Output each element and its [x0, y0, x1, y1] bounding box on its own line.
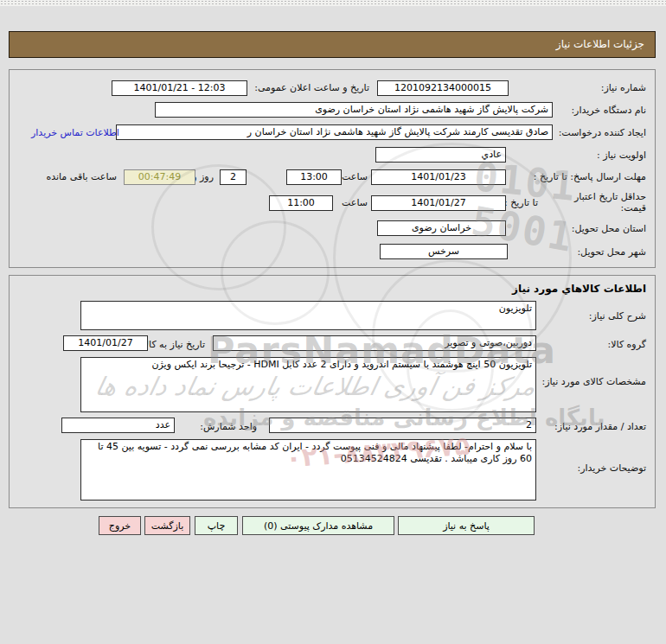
response-deadline-label: مهلت ارسال پاسخ: تا تاریخ :: [534, 171, 646, 182]
validity-hour-label: ساعت: [342, 197, 368, 208]
validity-date-field[interactable]: 1401/01/27: [371, 195, 506, 211]
creator-field[interactable]: صادق تقدیسی کارمند شرکت پالایش گاز شهید …: [116, 124, 553, 140]
delivery-city-label: شهر محل تحویل:: [577, 246, 646, 258]
respond-to-need-button[interactable]: پاسخ به نیاز: [398, 516, 535, 535]
request-info-panel: شماره نیاز: 1201092134000015 تاریخ و ساع…: [9, 69, 656, 268]
goods-spec-textarea[interactable]: تلویزیون 50 اینچ هوشمند با سیستم اندروید…: [80, 357, 536, 412]
deadline-hour-label: ساعت: [342, 171, 368, 182]
quantity-label: تعداد / مقدار مورد نیاز:: [554, 421, 646, 432]
delivery-province-label: استان محل تحویل:: [572, 223, 646, 234]
days-remaining-field[interactable]: 2: [220, 169, 247, 185]
quantity-field[interactable]: 2: [269, 418, 536, 433]
priority-label: اولویت نیاز :: [597, 150, 646, 161]
top-dotted-strip: [0, 0, 666, 6]
goods-section-title: اطلاعات کالاهاي مورد نیاز: [512, 283, 646, 295]
delivery-city-field[interactable]: سرخس: [380, 244, 508, 259]
until-date-label: تا تاریخ :: [504, 197, 538, 208]
need-number-label: شماره نیاز:: [601, 82, 646, 93]
goods-group-field[interactable]: دوربین،صوتی و تصویر: [213, 335, 536, 351]
buyer-contact-link[interactable]: اطلاعات تماس خریدار: [31, 127, 119, 138]
buyer-org-field[interactable]: شرکت پالایش گاز شهید هاشمی نژاد استان خر…: [155, 102, 553, 118]
print-button[interactable]: چاپ: [195, 516, 238, 535]
buyer-org-label: نام دستگاه خریدار:: [571, 105, 646, 116]
need-date-field[interactable]: 1401/01/27: [63, 335, 148, 351]
page-title: جزئیات اطلاعات نیاز: [9, 31, 656, 58]
view-attached-docs-button[interactable]: مشاهده مدارک پیوستی (0): [242, 516, 394, 535]
deadline-time-field[interactable]: 13:00: [286, 169, 342, 185]
announce-datetime-field[interactable]: 1401/01/21 - 12:03: [112, 80, 247, 96]
page: جزئیات اطلاعات نیاز شماره نیاز: 12010921…: [0, 0, 666, 644]
price-validity-label: حداقل تاریخ اعتبار قیمت:: [549, 191, 646, 214]
delivery-province-field[interactable]: خراسان رضوی: [377, 220, 506, 236]
announce-datetime-label: تاریخ و ساعت اعلان عمومی:: [254, 82, 369, 93]
exit-button[interactable]: خروج: [99, 516, 141, 535]
countdown-timer: 00:47:49: [124, 169, 195, 185]
count-unit-label: واحد شمارش:: [200, 421, 257, 432]
need-date-label: تاریخ نیاز به کالا:: [140, 339, 205, 350]
goods-spec-label: مشخصات کالای مورد نیاز:: [541, 376, 646, 387]
buyer-notes-textarea[interactable]: با سلام و احترام- لطفا پیشنهاد مالی و فن…: [80, 439, 536, 501]
creator-label: ایجاد کننده درخواست:: [559, 127, 646, 138]
goods-info-panel: اطلاعات کالاهاي مورد نیاز شرح کلی نیاز: …: [9, 275, 656, 508]
validity-time-field[interactable]: 11:00: [269, 195, 333, 211]
deadline-date-field[interactable]: 1401/01/23: [371, 169, 506, 185]
general-desc-label: شرح کلی نیاز:: [589, 310, 646, 322]
general-desc-textarea[interactable]: تلویزیون: [80, 301, 536, 330]
need-number-field[interactable]: 1201092134000015: [377, 80, 509, 96]
buyer-notes-label: توضیحات خریدار:: [578, 462, 647, 474]
back-button[interactable]: بازگشت: [144, 516, 190, 535]
hours-remaining-label: ساعت باقی مانده: [46, 171, 117, 182]
count-unit-field[interactable]: عدد: [61, 418, 175, 433]
priority-field[interactable]: عادي: [375, 147, 506, 163]
goods-group-label: گروه کالا:: [608, 339, 646, 350]
